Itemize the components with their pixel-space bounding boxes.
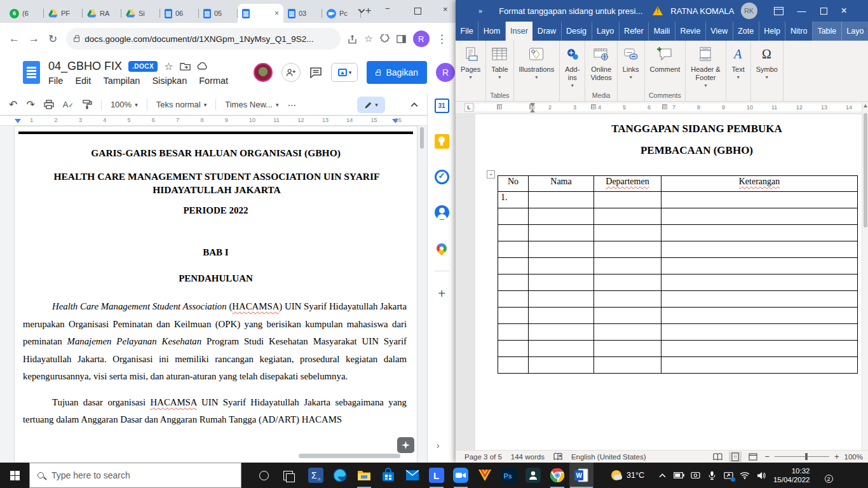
table-column-marker[interactable]: [497, 104, 502, 109]
ribbon-button-pages[interactable]: Pages▾: [456, 44, 485, 92]
warning-icon[interactable]: [653, 6, 663, 15]
table-cell[interactable]: [529, 324, 594, 341]
hanging-indent-marker[interactable]: [530, 109, 535, 112]
word-tab-table[interactable]: Table: [813, 22, 842, 41]
table-cell[interactable]: [661, 192, 858, 208]
word-tab-desig[interactable]: Desig: [562, 22, 592, 41]
account-name[interactable]: RATNA KOMALA: [670, 6, 734, 16]
keep-icon[interactable]: [434, 133, 450, 149]
table-cell[interactable]: [498, 241, 529, 258]
cloud-status-icon[interactable]: [197, 62, 208, 71]
proofing-icon[interactable]: [553, 452, 562, 461]
table-cell[interactable]: [661, 324, 858, 341]
browser-tab[interactable]: 06: [160, 4, 199, 23]
browser-tab[interactable]: 03: [283, 4, 322, 23]
page-indicator[interactable]: Page 3 of 5: [465, 453, 502, 461]
account-avatar[interactable]: RK: [741, 3, 757, 19]
menu-sisipkan[interactable]: Sisipkan: [152, 76, 187, 86]
tab-stop-selector[interactable]: L: [465, 103, 473, 112]
table-column-marker[interactable]: [662, 104, 667, 109]
taskbar-app-nitro[interactable]: [473, 463, 497, 488]
table-cell[interactable]: [498, 324, 529, 341]
new-tab-button[interactable]: +: [365, 5, 371, 17]
word-tab-revie[interactable]: Revie: [675, 22, 706, 41]
wifi-icon[interactable]: [740, 470, 750, 481]
zoom-out-icon[interactable]: −: [764, 452, 770, 461]
browser-tab[interactable]: Si: [121, 4, 160, 23]
table-cell[interactable]: [594, 324, 661, 341]
docs-document-title[interactable]: 04_GBHO FIX: [48, 60, 122, 73]
present-to-meeting-button[interactable]: ▾: [331, 63, 358, 82]
tasks-icon[interactable]: [434, 169, 450, 185]
docs-ruler[interactable]: 12345678910111213141516: [0, 116, 427, 126]
table-header-cell[interactable]: No: [498, 176, 529, 192]
table-cell[interactable]: [661, 357, 858, 374]
taskbar-app-explorer[interactable]: [352, 463, 376, 488]
cast-share-icon[interactable]: [723, 470, 734, 481]
word-tab-view[interactable]: View: [706, 22, 733, 41]
table-cell[interactable]: [498, 341, 529, 357]
zoom-dropdown[interactable]: 100%▾: [111, 100, 138, 109]
docs-page[interactable]: GARIS-GARIS BESAR HALUAN ORGANISASI (GBH…: [14, 126, 417, 463]
word-maximize-button[interactable]: [820, 8, 827, 15]
paint-format-icon[interactable]: [83, 100, 92, 109]
docs-file-icon[interactable]: [23, 61, 40, 84]
table-header-cell[interactable]: Keterangan: [661, 176, 858, 192]
url-text[interactable]: docs.google.com/document/d/1XNGpm_1NyMsy…: [85, 34, 313, 44]
table-cell[interactable]: [529, 308, 594, 324]
volume-icon[interactable]: [756, 470, 767, 481]
table-cell[interactable]: [594, 258, 661, 274]
tab-close-icon[interactable]: ×: [275, 9, 279, 18]
notification-center-button[interactable]: 2: [818, 470, 831, 481]
side-panel-collapse-chevron-icon[interactable]: ›: [437, 440, 440, 451]
redo-icon[interactable]: ↷: [26, 98, 34, 111]
zoom-slider-thumb[interactable]: [805, 453, 808, 460]
get-addons-plus-icon[interactable]: +: [434, 286, 450, 302]
zoom-slider[interactable]: [775, 456, 829, 457]
table-cell[interactable]: [498, 357, 529, 374]
table-cell[interactable]: [529, 258, 594, 274]
scroll-up-arrow-icon[interactable]: [864, 104, 867, 107]
table-cell[interactable]: [529, 241, 594, 258]
collaborator-avatar[interactable]: [254, 63, 273, 82]
chrome-maximize-button[interactable]: [414, 8, 421, 15]
bookmark-star-icon[interactable]: ☆: [364, 33, 372, 44]
chrome-minimize-button[interactable]: −: [385, 4, 390, 14]
table-cell[interactable]: [529, 192, 594, 208]
word-document-canvas[interactable]: TANGGAPAN SIDANG PEMBUKA PEMBACAAN (GBHO…: [456, 113, 862, 450]
table-cell[interactable]: [594, 274, 661, 291]
taskbar-weather[interactable]: 31°C: [611, 470, 644, 480]
table-cell[interactable]: [661, 308, 858, 324]
taskbar-app-zoomapp[interactable]: [449, 463, 473, 488]
editing-mode-dropdown[interactable]: ▾: [357, 97, 385, 113]
docs-horizontal-scrollbar[interactable]: [299, 454, 400, 458]
ribbon-button-online-videos[interactable]: Online Videos: [585, 44, 616, 92]
chrome-close-button[interactable]: ×: [443, 4, 448, 15]
table-cell[interactable]: [594, 192, 661, 208]
left-indent-marker[interactable]: [15, 119, 21, 123]
browser-tab[interactable]: RA: [83, 4, 121, 23]
word-horizontal-ruler[interactable]: L 23456789101112131415: [456, 102, 868, 113]
menu-file[interactable]: File: [48, 76, 63, 86]
share-icon[interactable]: [348, 34, 357, 44]
word-minimize-button[interactable]: —: [797, 6, 806, 16]
calendar-icon[interactable]: 31: [434, 98, 450, 114]
extensions-puzzle-icon[interactable]: [380, 34, 390, 44]
paragraph-style-dropdown[interactable]: Teks normal▾: [156, 100, 207, 109]
menu-format[interactable]: Format: [199, 76, 228, 86]
word-tab-hom[interactable]: Hom: [478, 22, 505, 41]
table-cell[interactable]: [661, 274, 858, 291]
table-cell[interactable]: [529, 208, 594, 225]
ribbon-display-options-icon[interactable]: [774, 7, 783, 15]
ribbon-button-header---footer[interactable]: Header & Footer▾: [686, 44, 725, 92]
taskbar-search-box[interactable]: Type here to search: [29, 463, 241, 488]
forward-icon[interactable]: →: [29, 32, 39, 45]
taskbar-app-edge[interactable]: [328, 463, 352, 488]
browser-tab[interactable]: Pc: [322, 4, 361, 23]
table-cell[interactable]: [661, 208, 858, 225]
table-cell[interactable]: [661, 341, 858, 357]
word-tab-inser[interactable]: Inser: [506, 22, 533, 41]
read-mode-icon[interactable]: [711, 452, 724, 462]
table-cell[interactable]: [594, 341, 661, 357]
docs-document-canvas[interactable]: GARIS-GARIS BESAR HALUAN ORGANISASI (GBH…: [0, 126, 427, 463]
